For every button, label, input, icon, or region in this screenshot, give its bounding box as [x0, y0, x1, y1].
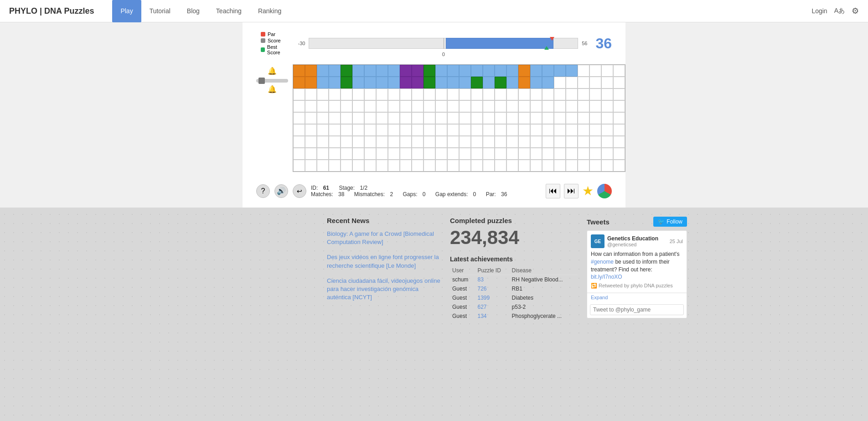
achievement-id-link-3[interactable]: 627: [477, 304, 486, 310]
footer-right: ⏮ ⏭ ★: [546, 183, 612, 198]
grid-cell-0-17[interactable]: [495, 65, 506, 77]
grid-cell-5-17: [495, 124, 506, 136]
grid-cell-1-19[interactable]: [518, 77, 530, 88]
score-fill: [446, 38, 553, 49]
grid-cell-0-15[interactable]: [471, 65, 483, 77]
grid-cell-0-13[interactable]: [447, 65, 459, 77]
grid-cell-1-21[interactable]: [542, 77, 554, 88]
grid-cell-0-5[interactable]: [352, 65, 364, 77]
achievement-id-link-2[interactable]: 1399: [477, 295, 490, 301]
grid-cell-1-18[interactable]: [506, 77, 518, 88]
grid-cell-0-16[interactable]: [483, 65, 495, 77]
score-current: 36: [595, 35, 612, 52]
grid-cell-0-4[interactable]: [341, 65, 352, 77]
nav-play[interactable]: Play: [112, 0, 141, 22]
help-button[interactable]: ?: [256, 184, 270, 198]
grid-cell-0-3[interactable]: [329, 65, 341, 77]
sound-button[interactable]: 🔊: [274, 184, 288, 198]
grid-cell-1-17[interactable]: [495, 77, 506, 88]
achievement-id-link-0[interactable]: 83: [477, 276, 483, 283]
news-link-2[interactable]: Des jeux vidéos en ligne font progresser…: [327, 254, 439, 269]
grid-cell-2-6: [364, 88, 376, 100]
site-brand[interactable]: PHYLO | DNA Puzzles: [9, 6, 94, 16]
achievement-id-link-4[interactable]: 134: [477, 313, 486, 319]
game-container: Par Score Best Score -30: [243, 22, 625, 208]
nav-ranking[interactable]: Ranking: [250, 0, 289, 22]
grid-cell-0-22[interactable]: [554, 65, 566, 77]
grid-cell-1-6[interactable]: [364, 77, 376, 88]
nav-tutorial[interactable]: Tutorial: [141, 0, 179, 22]
login-link[interactable]: Login: [811, 7, 827, 15]
achievement-disease-2: Diabetes: [510, 293, 578, 302]
grid-cell-1-14[interactable]: [459, 77, 471, 88]
grid-cell-1-12[interactable]: [435, 77, 447, 88]
slider-thumb[interactable]: [258, 78, 265, 84]
grid-cell-0-12[interactable]: [435, 65, 447, 77]
follow-button[interactable]: 🐦 Follow: [653, 217, 687, 227]
achievement-id-link-1[interactable]: 726: [477, 286, 486, 292]
grid-cell-0-18[interactable]: [506, 65, 518, 77]
grid-cell-1-13[interactable]: [447, 77, 459, 88]
share-button[interactable]: ↩: [293, 184, 306, 198]
grid-cell-0-9[interactable]: [400, 65, 412, 77]
grid-cell-6-25: [589, 136, 601, 148]
tweet-input[interactable]: [590, 304, 684, 315]
grid-cell-5-3: [329, 124, 341, 136]
tweet-url-link[interactable]: bit.ly/I7noXO: [591, 274, 622, 280]
grid-cell-0-14[interactable]: [459, 65, 471, 77]
grid-cell-1-0[interactable]: [293, 77, 305, 88]
grid-cell-1-2[interactable]: [317, 77, 329, 88]
prev-button[interactable]: ⏮: [546, 184, 560, 198]
news-link-1[interactable]: Biology: A game for a Crowd [Biomedical …: [327, 230, 434, 245]
grid-cell-2-24: [578, 88, 589, 100]
language-toggle[interactable]: Aあ: [834, 7, 845, 15]
grid-cell-1-10[interactable]: [412, 77, 424, 88]
grid-cell-1-9[interactable]: [400, 77, 412, 88]
grid-row-7: [293, 148, 625, 160]
grid-cell-0-20[interactable]: [530, 65, 542, 77]
grid-cell-0-10[interactable]: [412, 65, 424, 77]
star-button[interactable]: ★: [582, 183, 594, 198]
grid-cell-0-19[interactable]: [518, 65, 530, 77]
grid-cell-1-20[interactable]: [530, 77, 542, 88]
news-link-3[interactable]: Ciencia ciudadana fácil, videojuegos onl…: [327, 277, 440, 301]
nav-teaching[interactable]: Teaching: [208, 0, 250, 22]
grid-cell-0-1[interactable]: [305, 65, 317, 77]
grid-cell-1-11[interactable]: [424, 77, 435, 88]
dna-grid[interactable]: [293, 64, 625, 172]
grid-cell-1-8[interactable]: [388, 77, 400, 88]
grid-cell-1-7[interactable]: [376, 77, 388, 88]
grid-cell-0-0[interactable]: [293, 65, 305, 77]
slider-track[interactable]: [256, 79, 288, 83]
grid-cell-6-13: [447, 136, 459, 148]
next-button[interactable]: ⏭: [564, 184, 579, 198]
grid-cell-0-23[interactable]: [566, 65, 578, 77]
grid-cell-0-7[interactable]: [376, 65, 388, 77]
grid-cell-5-8: [388, 124, 400, 136]
mismatches-label: Mismatches:: [354, 191, 385, 198]
grid-cell-1-16[interactable]: [483, 77, 495, 88]
circle-button[interactable]: [597, 184, 612, 198]
nav-blog[interactable]: Blog: [179, 0, 208, 22]
expand-link[interactable]: Expand: [587, 293, 687, 301]
grid-cell-7-22: [554, 148, 566, 160]
settings-icon[interactable]: ⚙: [852, 6, 859, 16]
grid-cell-0-2[interactable]: [317, 65, 329, 77]
grid-cell-3-4: [341, 100, 352, 112]
achievement-row-4: Guest134Phosphoglycerate ...: [450, 312, 578, 321]
follow-label: Follow: [666, 218, 682, 225]
grid-cell-4-25: [589, 112, 601, 124]
grid-cell-6-8: [388, 136, 400, 148]
col-puzzle-id: Puzzle ID: [475, 266, 509, 275]
grid-cell-1-5[interactable]: [352, 77, 364, 88]
grid-cell-1-3[interactable]: [329, 77, 341, 88]
par-label: Par: [268, 31, 275, 37]
genome-link[interactable]: #genome: [591, 259, 614, 265]
grid-cell-0-8[interactable]: [388, 65, 400, 77]
grid-cell-0-11[interactable]: [424, 65, 435, 77]
grid-cell-1-1[interactable]: [305, 77, 317, 88]
grid-cell-1-15[interactable]: [471, 77, 483, 88]
grid-cell-1-4[interactable]: [341, 77, 352, 88]
grid-cell-0-21[interactable]: [542, 65, 554, 77]
grid-cell-0-6[interactable]: [364, 65, 376, 77]
